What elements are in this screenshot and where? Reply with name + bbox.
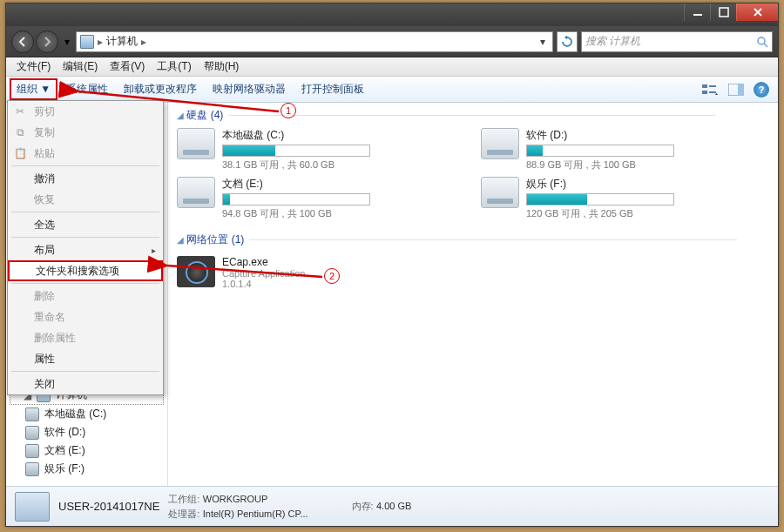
drive-name: 文档 (E:) bbox=[222, 177, 465, 192]
search-placeholder: 搜索 计算机 bbox=[585, 34, 640, 49]
menu-item-close[interactable]: 关闭 bbox=[8, 374, 163, 394]
svg-rect-6 bbox=[709, 91, 716, 93]
group-label: 网络位置 (1) bbox=[186, 233, 244, 246]
sidebar-label: 娱乐 (F:) bbox=[44, 461, 84, 476]
back-button[interactable] bbox=[11, 30, 34, 53]
menubar: 文件(F) 编辑(E) 查看(V) 工具(T) 帮助(H) bbox=[6, 57, 778, 77]
view-options-button[interactable] bbox=[701, 81, 719, 98]
menu-item-properties[interactable]: 属性 bbox=[8, 348, 163, 369]
breadcrumb-sep-icon: ▸ bbox=[98, 36, 103, 48]
sidebar-item-drive-e[interactable]: 文档 (E:) bbox=[6, 441, 167, 460]
organize-label: 组织 ▼ bbox=[17, 82, 51, 97]
uninstall-programs-button[interactable]: 卸载或更改程序 bbox=[117, 78, 204, 100]
sidebar-item-drive-d[interactable]: 软件 (D:) bbox=[6, 423, 167, 441]
menu-item-label: 剪切 bbox=[34, 104, 55, 119]
breadcrumb-root[interactable]: 计算机 bbox=[106, 34, 138, 49]
menu-file[interactable]: 文件(F) bbox=[11, 57, 56, 76]
capacity-bar bbox=[526, 145, 674, 157]
drive-icon bbox=[25, 426, 39, 440]
network-item-ecap[interactable]: ECap.exe Capture Application 1.0.1.4 bbox=[177, 256, 769, 289]
menu-item-delete[interactable]: 删除 bbox=[8, 286, 163, 306]
sidebar-label: 软件 (D:) bbox=[44, 425, 85, 440]
status-computer-name: USER-20141017NE bbox=[58, 500, 159, 513]
svg-rect-1 bbox=[720, 8, 728, 17]
capacity-bar bbox=[222, 145, 370, 157]
organize-dropdown: ✂剪切 ⧉复制 📋粘贴 撤消 恢复 全选 布局 文件夹和搜索选项 删除 重命名 … bbox=[7, 100, 164, 395]
group-header-network[interactable]: ◢ 网络位置 (1) bbox=[177, 227, 769, 253]
svg-point-2 bbox=[758, 37, 765, 44]
group-header-drives[interactable]: ◢ 硬盘 (4) bbox=[177, 103, 769, 128]
menu-item-layout[interactable]: 布局 bbox=[8, 239, 163, 260]
refresh-button[interactable] bbox=[557, 31, 578, 52]
minimize-button[interactable] bbox=[684, 3, 710, 21]
open-control-panel-button[interactable]: 打开控制面板 bbox=[294, 78, 371, 100]
menu-view[interactable]: 查看(V) bbox=[105, 57, 150, 76]
close-button[interactable] bbox=[736, 3, 778, 21]
help-button[interactable]: ? bbox=[754, 82, 769, 98]
computer-icon bbox=[15, 492, 50, 522]
drive-icon bbox=[481, 128, 519, 159]
svg-rect-3 bbox=[702, 84, 707, 88]
menu-item-label: 粘贴 bbox=[34, 146, 55, 161]
drive-capacity-text: 38.1 GB 可用 , 共 60.0 GB bbox=[222, 158, 465, 172]
drive-item-e[interactable]: 文档 (E:) 94.8 GB 可用 , 共 100 GB bbox=[177, 177, 465, 220]
copy-icon: ⧉ bbox=[13, 125, 27, 139]
map-network-drive-button[interactable]: 映射网络驱动器 bbox=[206, 78, 293, 100]
capacity-bar bbox=[526, 193, 674, 205]
menu-item-rename[interactable]: 重命名 bbox=[8, 306, 163, 327]
menu-tools[interactable]: 工具(T) bbox=[152, 57, 196, 76]
system-properties-button[interactable]: 系统属性 bbox=[59, 78, 115, 100]
sidebar-label: 本地磁盘 (C:) bbox=[44, 407, 106, 421]
address-dropdown-icon[interactable]: ▾ bbox=[537, 36, 549, 48]
sidebar-item-drive-f[interactable]: 娱乐 (F:) bbox=[6, 460, 167, 478]
menu-item-label: 全选 bbox=[34, 218, 55, 232]
cut-icon: ✂ bbox=[13, 104, 27, 118]
menu-item-folder-search-options[interactable]: 文件夹和搜索选项 bbox=[8, 260, 163, 281]
status-workgroup-value: WORKGROUP bbox=[203, 494, 268, 504]
search-input[interactable]: 搜索 计算机 bbox=[581, 31, 773, 52]
menu-item-undo[interactable]: 撤消 bbox=[8, 168, 163, 189]
sidebar-item-drive-c[interactable]: 本地磁盘 (C:) bbox=[6, 405, 167, 423]
status-processor-value: Intel(R) Pentium(R) CP... bbox=[203, 508, 308, 519]
menu-item-copy[interactable]: ⧉复制 bbox=[8, 122, 163, 143]
preview-pane-button[interactable] bbox=[727, 81, 745, 98]
drive-item-c[interactable]: 本地磁盘 (C:) 38.1 GB 可用 , 共 60.0 GB bbox=[177, 128, 465, 172]
menu-item-remove-properties[interactable]: 删除属性 bbox=[8, 327, 163, 348]
drive-name: 软件 (D:) bbox=[526, 128, 769, 143]
menu-help[interactable]: 帮助(H) bbox=[199, 57, 245, 76]
menu-edit[interactable]: 编辑(E) bbox=[57, 57, 103, 76]
menu-item-select-all[interactable]: 全选 bbox=[8, 214, 163, 235]
maximize-button[interactable] bbox=[710, 3, 736, 21]
drive-icon bbox=[177, 177, 215, 208]
menu-item-cut[interactable]: ✂剪切 bbox=[8, 101, 163, 122]
drive-capacity-text: 120 GB 可用 , 共 205 GB bbox=[526, 207, 769, 220]
capacity-bar bbox=[222, 193, 370, 205]
drive-capacity-text: 88.9 GB 可用 , 共 100 GB bbox=[526, 158, 769, 172]
titlebar bbox=[6, 3, 778, 26]
toolbar: 组织 ▼ 系统属性 卸载或更改程序 映射网络驱动器 打开控制面板 ? bbox=[6, 77, 778, 103]
drive-name: 本地磁盘 (C:) bbox=[222, 128, 465, 143]
network-item-desc: Capture Application bbox=[222, 268, 305, 279]
paste-icon: 📋 bbox=[13, 146, 27, 160]
forward-button[interactable] bbox=[36, 30, 58, 53]
menu-item-label: 属性 bbox=[34, 352, 55, 367]
menu-item-label: 撤消 bbox=[34, 172, 55, 186]
network-item-name: ECap.exe bbox=[222, 256, 305, 268]
history-dropdown[interactable]: ▾ bbox=[62, 33, 72, 51]
menu-item-paste[interactable]: 📋粘贴 bbox=[8, 143, 163, 164]
drive-icon bbox=[25, 407, 39, 421]
menu-item-redo[interactable]: 恢复 bbox=[8, 189, 163, 210]
status-processor-key: 处理器: bbox=[168, 508, 199, 519]
group-label: 硬盘 (4) bbox=[186, 109, 223, 121]
content-pane: ◢ 硬盘 (4) 本地磁盘 (C:) 38.1 GB 可用 , 共 60.0 G… bbox=[168, 103, 778, 486]
organize-button[interactable]: 组织 ▼ bbox=[10, 78, 57, 100]
drive-icon bbox=[25, 444, 39, 458]
menu-item-label: 恢复 bbox=[34, 192, 55, 207]
address-bar[interactable]: ▸ 计算机 ▸ ▾ bbox=[76, 31, 553, 52]
menu-item-label: 关闭 bbox=[34, 377, 55, 392]
status-bar: USER-20141017NE 工作组: WORKGROUP 处理器: Inte… bbox=[6, 486, 778, 526]
menu-item-label: 文件夹和搜索选项 bbox=[36, 264, 119, 279]
drive-item-f[interactable]: 娱乐 (F:) 120 GB 可用 , 共 205 GB bbox=[481, 177, 769, 220]
drive-item-d[interactable]: 软件 (D:) 88.9 GB 可用 , 共 100 GB bbox=[481, 128, 769, 172]
network-item-version: 1.0.1.4 bbox=[222, 279, 305, 289]
